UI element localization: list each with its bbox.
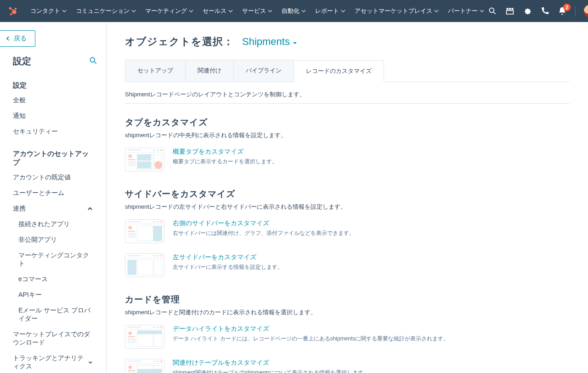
nav-divider [575,6,576,17]
tab[interactable]: セットアップ [125,60,186,82]
bell-icon[interactable]: 2 [558,6,567,16]
card-link[interactable]: 関連付けテーブルをカスタマイズ [173,359,538,367]
chevron-down-icon [341,9,345,13]
svg-rect-21 [128,159,135,160]
sidebar-search-icon[interactable] [89,56,98,67]
sidebar: 戻る 設定 設定 全般 通知 セキュリティー アカウントのセットアップ アカウン… [0,22,107,373]
nav-item[interactable]: パートナー [444,4,488,18]
svg-rect-63 [126,329,164,330]
section-title: タブをカスタマイズ [125,117,538,128]
svg-rect-17 [157,150,159,151]
section-desc: shipmentレコードの中央列に表示される情報を設定します。 [125,131,538,139]
svg-rect-24 [128,165,136,166]
chevron-down-icon [268,9,272,13]
nav-item[interactable]: マーケティング [141,4,197,18]
sidebar-item-marketplace-downloads[interactable]: マーケットプレイスでのダウンロード [0,327,106,351]
chevron-down-icon [131,9,136,13]
object-picker-value: Shipments [242,36,290,48]
marketplace-icon[interactable] [505,6,514,16]
sidebar-item-users-teams[interactable]: ユーザーとチーム [0,185,106,201]
sidebar-item-security[interactable]: セキュリティー [0,124,106,139]
sidebar-item-notifications[interactable]: 通知 [0,108,106,124]
card-desc: 概要タブに表示するカードを選択します。 [173,158,538,166]
sidebar-item-ecommerce[interactable]: eコマース [0,272,106,287]
svg-point-29 [154,161,162,169]
layout-thumbnail-icon [125,253,164,277]
svg-line-7 [494,12,496,14]
tabs: セットアップ関連付けパイプラインレコードのカスタマイズ [125,60,570,82]
svg-point-12 [90,57,95,62]
card-desc: データ ハイライト カードには、レコードページの一番上にあるshipmentsに… [173,335,538,343]
svg-rect-19 [126,152,164,153]
card-link[interactable]: データハイライトをカスタマイズ [173,325,538,333]
sidebar-title: 設定 [13,55,31,67]
sidebar-item-integrations[interactable]: 連携 [0,201,106,217]
sidebar-item-general[interactable]: 全般 [0,93,106,108]
svg-rect-57 [128,260,136,275]
nav-item[interactable]: コミュニケーション [72,4,140,18]
svg-rect-43 [153,226,162,241]
nav-item[interactable]: サービス [238,4,276,18]
svg-rect-4 [10,8,14,11]
svg-rect-49 [126,258,164,258]
tab[interactable]: パイプライン [233,60,294,82]
section: サイドバーをカスタマイズshipmentレコードの左サイドバーと右サイドバーに表… [125,188,538,277]
svg-rect-71 [137,331,162,334]
card-row: データハイライトをカスタマイズデータ ハイライト カードには、レコードページの一… [125,325,538,349]
svg-rect-61 [157,327,159,328]
phone-icon[interactable] [540,6,549,16]
svg-point-20 [128,154,132,158]
sidebar-item-marketing-contacts[interactable]: マーケティングコンタクト [0,248,106,272]
layout-thumbnail-icon [125,148,164,172]
nav-item[interactable]: アセットマーケットプレイス [351,4,442,18]
svg-rect-65 [128,336,135,337]
tab[interactable]: 関連付け [185,60,234,82]
sidebar-item-private-apps[interactable]: 非公開アプリ [0,232,106,248]
card-link[interactable]: 右側のサイドバーをカスタマイズ [173,219,538,228]
svg-rect-37 [128,231,135,232]
hubspot-logo-icon[interactable] [7,6,18,17]
layout-thumbnail-icon [125,325,164,349]
nav-item[interactable]: コンタクト [27,4,70,18]
svg-rect-10 [511,8,513,10]
layout-thumbnail-icon [125,359,164,373]
svg-rect-76 [160,361,163,362]
tab[interactable]: レコードのカスタマイズ [294,60,384,82]
sidebar-item-email-provider[interactable]: Eメール サービス プロバイダー [0,303,106,327]
chevron-down-icon [434,9,439,13]
chevron-down-icon [480,9,484,13]
sidebar-item-account-defaults[interactable]: アカウントの既定値 [0,170,106,185]
page-subtext: Shipmentレコードページのレイアウトとコンテンツを制御します。 [125,90,570,99]
account-menu[interactable] [584,5,588,17]
card-row: 概要タブをカスタマイズ概要タブに表示するカードを選択します。 [125,148,538,172]
search-icon[interactable] [488,6,497,16]
card-row: 右側のサイドバーをカスタマイズ右サイドバーには関連付け、グラフ、添付ファイルなど… [125,219,538,243]
layout-thumbnail-icon [125,219,164,243]
svg-rect-55 [137,260,153,275]
card-link[interactable]: 左サイドバーをカスタマイズ [173,253,538,262]
gear-icon[interactable] [523,6,532,16]
card-link[interactable]: 概要タブをカスタマイズ [173,148,538,156]
svg-rect-27 [137,154,152,160]
svg-rect-15 [128,150,141,150]
back-label: 戻る [14,34,27,43]
svg-rect-56 [154,260,162,275]
svg-rect-67 [128,340,136,341]
object-select-label: オブジェクトを選択： [125,35,234,49]
nav-item[interactable]: 自動化 [278,4,310,18]
object-picker[interactable]: Shipments [242,36,297,48]
sidebar-item-api-key[interactable]: APIキー [0,287,106,303]
svg-rect-39 [128,235,136,236]
nav-item[interactable]: セールス [199,4,237,18]
svg-rect-79 [128,370,135,371]
nav-item[interactable]: レポート [311,4,349,18]
svg-rect-62 [160,327,163,328]
sidebar-item-tracking[interactable]: トラッキングとアナリティクス [0,351,106,373]
svg-rect-28 [137,161,152,168]
svg-rect-75 [157,361,159,362]
sidebar-section-account: アカウントのセットアップ [0,139,106,170]
back-button[interactable]: 戻る [0,30,35,47]
section-desc: shipmentレコードと関連付けのカードに表示される情報を選択します。 [125,308,538,317]
sidebar-item-connected-apps[interactable]: 接続されたアプリ [0,217,106,232]
avatar [584,5,588,17]
